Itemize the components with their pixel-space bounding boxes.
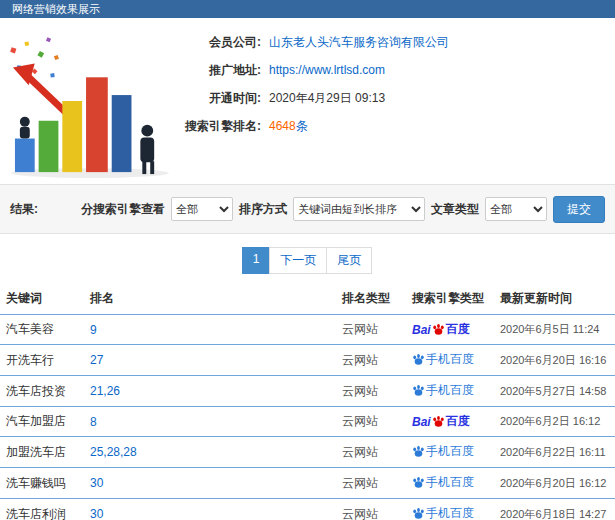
keyword-cell: 开洗车行 <box>0 345 84 376</box>
update-time-cell: 2020年6月20日 16:12 <box>494 468 615 499</box>
bar-chart-illustration <box>0 18 175 184</box>
member-info-rows: 会员公司: 山东老人头汽车服务咨询有限公司 推广地址: https://www.… <box>175 18 615 184</box>
rank-cell: 27 <box>84 345 336 376</box>
header-rank: 排名 <box>84 284 336 315</box>
pagination: 1 下一页 尾页 <box>0 247 615 274</box>
engine-filter-select[interactable]: 全部 <box>171 197 233 221</box>
promo-url-link[interactable]: https://www.lrtlsd.com <box>269 62 385 79</box>
page-last[interactable]: 尾页 <box>326 247 372 274</box>
sort-filter-label: 排序方式 <box>239 201 287 218</box>
header-keyword: 关键词 <box>0 284 84 315</box>
open-time-row: 开通时间: 2020年4月29日 09:13 <box>175 90 615 107</box>
rank-cell: 21,26 <box>84 376 336 407</box>
header-rank-type: 排名类型 <box>336 284 406 315</box>
sort-select[interactable]: 关键词由短到长排序 <box>293 197 425 221</box>
update-time-cell: 2020年6月5日 11:24 <box>494 315 615 345</box>
mobile-baidu-logo: 手机百度 <box>412 474 474 491</box>
mobile-baidu-logo: 手机百度 <box>412 443 474 460</box>
engine-filter-label: 分搜索引擎查看 <box>81 201 165 218</box>
header-engine-type: 搜索引擎类型 <box>406 284 494 315</box>
table-row: 汽车美容 9 云网站 Bai百度 2020年6月5日 11:24 <box>0 315 615 345</box>
company-row: 会员公司: 山东老人头汽车服务咨询有限公司 <box>175 34 615 51</box>
engine-rank-value: 4648条 <box>269 118 308 135</box>
filter-bar: 结果: 分搜索引擎查看 全部 排序方式 关键词由短到长排序 文章类型 全部 提交 <box>0 184 615 234</box>
rank-type-cell: 云网站 <box>336 468 406 499</box>
rank-type-cell: 云网站 <box>336 437 406 468</box>
mobile-baidu-logo: 手机百度 <box>412 505 474 520</box>
results-table-body: 汽车美容 9 云网站 Bai百度 2020年6月5日 11:24 开洗车行 27… <box>0 315 615 520</box>
engine-rank-label: 搜索引擎排名: <box>175 118 261 135</box>
page-title: 网络营销效果展示 <box>12 3 100 15</box>
rank-cell: 30 <box>84 468 336 499</box>
promo-url-row: 推广地址: https://www.lrtlsd.com <box>175 62 615 79</box>
engine-cell: 手机百度 <box>406 468 494 499</box>
keyword-cell: 洗车店利润 <box>0 499 84 520</box>
rank-count-unit: 条 <box>296 119 308 133</box>
update-time-cell: 2020年6月22日 16:11 <box>494 437 615 468</box>
article-type-select[interactable]: 全部 <box>485 197 547 221</box>
rank-cell: 8 <box>84 407 336 437</box>
engine-rank-row: 搜索引擎排名: 4648条 <box>175 118 615 135</box>
update-time-cell: 2020年5月27日 14:58 <box>494 376 615 407</box>
table-row: 洗车店投资 21,26 云网站 手机百度 2020年5月27日 14:58 <box>0 376 615 407</box>
keyword-cell: 洗车赚钱吗 <box>0 468 84 499</box>
rank-type-cell: 云网站 <box>336 345 406 376</box>
table-row: 开洗车行 27 云网站 手机百度 2020年6月20日 16:16 <box>0 345 615 376</box>
app-header: 网络营销效果展示 <box>0 0 615 18</box>
company-label: 会员公司: <box>175 34 261 51</box>
baidu-logo: Bai百度 <box>412 321 470 338</box>
rank-type-cell: 云网站 <box>336 315 406 345</box>
update-time-cell: 2020年6月2日 16:12 <box>494 407 615 437</box>
mobile-baidu-logo: 手机百度 <box>412 351 474 368</box>
mobile-baidu-logo: 手机百度 <box>412 382 474 399</box>
table-row: 洗车赚钱吗 30 云网站 手机百度 2020年6月20日 16:12 <box>0 468 615 499</box>
table-header-row: 关键词 排名 排名类型 搜索引擎类型 最新更新时间 <box>0 284 615 315</box>
company-link[interactable]: 山东老人头汽车服务咨询有限公司 <box>269 34 449 51</box>
rank-cell: 30 <box>84 499 336 520</box>
keyword-cell: 加盟洗车店 <box>0 437 84 468</box>
engine-cell: 手机百度 <box>406 499 494 520</box>
update-time-cell: 2020年6月20日 16:16 <box>494 345 615 376</box>
results-table: 关键词 排名 排名类型 搜索引擎类型 最新更新时间 汽车美容 9 云网站 Bai… <box>0 284 615 520</box>
open-time-value: 2020年4月29日 09:13 <box>269 90 385 107</box>
promo-url-label: 推广地址: <box>175 62 261 79</box>
submit-button[interactable]: 提交 <box>553 196 605 223</box>
rank-cell: 25,28,28 <box>84 437 336 468</box>
keyword-cell: 汽车加盟店 <box>0 407 84 437</box>
rank-type-cell: 云网站 <box>336 407 406 437</box>
table-row: 洗车店利润 30 云网站 手机百度 2020年6月18日 14:27 <box>0 499 615 520</box>
keyword-cell: 汽车美容 <box>0 315 84 345</box>
rank-count: 4648 <box>269 119 296 133</box>
keyword-cell: 洗车店投资 <box>0 376 84 407</box>
rank-cell: 9 <box>84 315 336 345</box>
baidu-logo: Bai百度 <box>412 413 470 430</box>
article-type-label: 文章类型 <box>431 201 479 218</box>
engine-cell: Bai百度 <box>406 315 494 345</box>
update-time-cell: 2020年6月18日 14:27 <box>494 499 615 520</box>
engine-cell: 手机百度 <box>406 376 494 407</box>
rank-type-cell: 云网站 <box>336 376 406 407</box>
table-row: 汽车加盟店 8 云网站 Bai百度 2020年6月2日 16:12 <box>0 407 615 437</box>
results-label: 结果: <box>10 201 38 218</box>
engine-cell: 手机百度 <box>406 437 494 468</box>
table-row: 加盟洗车店 25,28,28 云网站 手机百度 2020年6月22日 16:11 <box>0 437 615 468</box>
rank-type-cell: 云网站 <box>336 499 406 520</box>
page-next[interactable]: 下一页 <box>269 247 327 274</box>
member-info-section: 会员公司: 山东老人头汽车服务咨询有限公司 推广地址: https://www.… <box>0 18 615 184</box>
engine-cell: Bai百度 <box>406 407 494 437</box>
filter-controls: 分搜索引擎查看 全部 排序方式 关键词由短到长排序 文章类型 全部 提交 <box>81 196 605 223</box>
page-current[interactable]: 1 <box>242 247 271 274</box>
engine-cell: 手机百度 <box>406 345 494 376</box>
header-update-time: 最新更新时间 <box>494 284 615 315</box>
open-time-label: 开通时间: <box>175 90 261 107</box>
